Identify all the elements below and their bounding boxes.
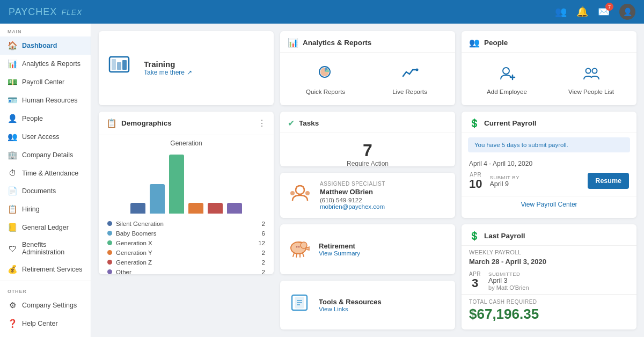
sidebar-main-label: MAIN — [0, 24, 91, 36]
analytics-title: Analytics & Reports — [303, 39, 371, 47]
sidebar-item-settings[interactable]: ⚙ Company Settings — [0, 296, 91, 314]
tasks-check-icon: ✔ — [288, 118, 295, 128]
sidebar-item-label: Company Details — [22, 151, 73, 159]
sidebar-item-label: Payroll Center — [22, 78, 64, 86]
demographics-menu-icon[interactable]: ⋮ — [258, 118, 266, 128]
add-employee-label: Add Employee — [487, 89, 527, 95]
submitted-date: April 3 — [488, 277, 529, 284]
analytics-card: 📊 Analytics & Reports Quick Reports — [280, 31, 455, 105]
sidebar-item-label: Benefits Administration — [22, 241, 83, 256]
mail-icon[interactable]: ✉️ 7 — [598, 6, 610, 18]
legend-gen-x: Generation X 12 — [107, 238, 265, 248]
retirement-link[interactable]: View Summary — [319, 250, 360, 257]
tools-link[interactable]: View Links — [319, 306, 382, 312]
user-avatar[interactable]: 👤 — [619, 4, 635, 20]
last-payroll-row: APR 3 SUBMITTED April 3 by Matt O'Brien — [462, 269, 636, 294]
svg-point-5 — [415, 69, 418, 71]
sidebar-item-dashboard[interactable]: 🏠 Dashboard — [0, 36, 91, 55]
sidebar-item-retirement[interactable]: 💰 Retirement Services — [0, 260, 91, 279]
hiring-icon: 📋 — [8, 204, 17, 214]
svg-point-10 — [301, 242, 307, 248]
sidebar-item-benefits[interactable]: 🛡 Benefits Administration — [0, 237, 91, 260]
sidebar-item-gl[interactable]: 📒 General Ledger — [0, 218, 91, 237]
bar-other — [227, 203, 242, 214]
live-reports-label: Live Reports — [392, 89, 427, 95]
sidebar-item-label: User Access — [22, 133, 59, 141]
sidebar-item-label: People — [22, 115, 43, 122]
quick-reports-label: Quick Reports — [306, 89, 345, 95]
notification-icon[interactable]: 🔔 — [576, 6, 588, 18]
add-employee-button[interactable]: Add Employee — [466, 59, 548, 100]
sidebar-item-time[interactable]: ⏱ Time & Attendance — [0, 164, 91, 182]
sidebar-item-help[interactable]: ❓ Help Center — [0, 314, 91, 333]
tasks-label: Require Action — [289, 160, 447, 166]
last-payroll-dollar-icon: 💲 — [469, 231, 480, 241]
tasks-title: Tasks — [299, 119, 319, 127]
sidebar-item-label: Company Settings — [22, 302, 77, 309]
hr-icon: 🪪 — [8, 96, 17, 105]
payroll-icon: 💵 — [8, 77, 17, 87]
payroll-day: 10 — [469, 178, 482, 191]
bar-chart — [99, 149, 274, 214]
sidebar-item-people[interactable]: 👤 People — [0, 109, 91, 128]
submitted-by: by Matt O'Brien — [488, 284, 529, 291]
sidebar-item-online-hr-library[interactable]: 🌐 Online HR Library — [0, 333, 91, 337]
external-link-icon: ↗ — [187, 69, 192, 76]
bar-baby-boomers — [150, 184, 165, 214]
sidebar-item-user-access[interactable]: 👥 User Access — [0, 128, 91, 146]
legend-silent-gen: Silent Generation 2 — [107, 219, 265, 229]
analytics-card-icon: 📊 — [288, 38, 298, 48]
mail-badge: 7 — [605, 3, 613, 11]
specialist-label: ASSIGNED SPECIALIST — [320, 181, 385, 187]
sidebar-item-label: Analytics & Reports — [22, 60, 80, 68]
app-body: MAIN 🏠 Dashboard 📊 Analytics & Reports 💵… — [0, 24, 644, 337]
last-payroll-day: 3 — [469, 277, 481, 290]
sidebar-item-analytics[interactable]: 📊 Analytics & Reports — [0, 55, 91, 73]
svg-point-8 — [305, 191, 310, 195]
training-icon — [107, 52, 135, 84]
tools-info: Tools & Resources View Links — [319, 298, 382, 312]
retirement-title: Retirement — [319, 242, 360, 250]
current-payroll-dollar-icon: 💲 — [469, 118, 480, 128]
submitted-label: SUBMITTED — [488, 271, 529, 277]
training-title: Training — [144, 60, 192, 69]
sidebar-item-documents[interactable]: 📄 Documents — [0, 182, 91, 200]
sidebar-item-hiring[interactable]: 📋 Hiring — [0, 200, 91, 218]
last-payroll-header: 💲 Last Payroll — [462, 224, 636, 246]
sidebar-item-hr[interactable]: 🪪 Human Resources — [0, 91, 91, 109]
sidebar-item-company-details[interactable]: 🏢 Company Details — [0, 146, 91, 164]
view-people-list-button[interactable]: View People List — [550, 59, 632, 100]
payroll-alert: You have 5 days to submit payroll. — [468, 137, 630, 152]
bar-gen-y — [188, 203, 203, 214]
training-link[interactable]: Take me there ↗ — [144, 69, 192, 76]
chart-legend: Silent Generation 2 Baby Boomers 6 Gener… — [99, 214, 274, 274]
demographics-title-row: 📋 Demographics — [106, 118, 172, 128]
resume-button[interactable]: Resume — [588, 173, 629, 189]
specialist-email[interactable]: mobrien@paychex.com — [320, 203, 385, 210]
live-reports-icon — [401, 64, 419, 85]
total-cash-label: TOTAL CASH REQUIRED — [469, 299, 629, 305]
quick-reports-button[interactable]: Quick Reports — [284, 59, 367, 100]
bar-gen-z — [208, 203, 223, 214]
sidebar-item-payroll[interactable]: 💵 Payroll Center — [0, 73, 91, 91]
svg-rect-1 — [112, 59, 116, 70]
view-people-icon — [583, 64, 600, 85]
people-icon: 👤 — [8, 114, 17, 123]
submitted-info: SUBMITTED April 3 by Matt O'Brien — [488, 271, 529, 291]
users-icon[interactable]: 👥 — [555, 6, 567, 18]
sidebar: MAIN 🏠 Dashboard 📊 Analytics & Reports 💵… — [0, 24, 91, 337]
time-icon: ⏱ — [8, 169, 17, 178]
sidebar-item-label: Dashboard — [22, 42, 57, 49]
retirement-card: Retirement View Summary — [280, 224, 455, 274]
tasks-count: 7 — [289, 142, 447, 159]
people-card-icon: 👥 — [469, 38, 480, 48]
retirement-info: Retirement View Summary — [319, 242, 360, 257]
retirement-icon: 💰 — [8, 265, 17, 274]
main-content: Training Take me there ↗ 📋 Demographics … — [91, 24, 644, 337]
live-reports-button[interactable]: Live Reports — [369, 59, 451, 100]
tools-title: Tools & Resources — [319, 298, 382, 306]
last-payroll-dates: March 28 - April 3, 2020 — [462, 257, 636, 269]
sidebar-item-label: Retirement Services — [22, 266, 83, 273]
view-payroll-center-link[interactable]: View Payroll Center — [462, 196, 636, 213]
people-title: People — [484, 39, 508, 47]
